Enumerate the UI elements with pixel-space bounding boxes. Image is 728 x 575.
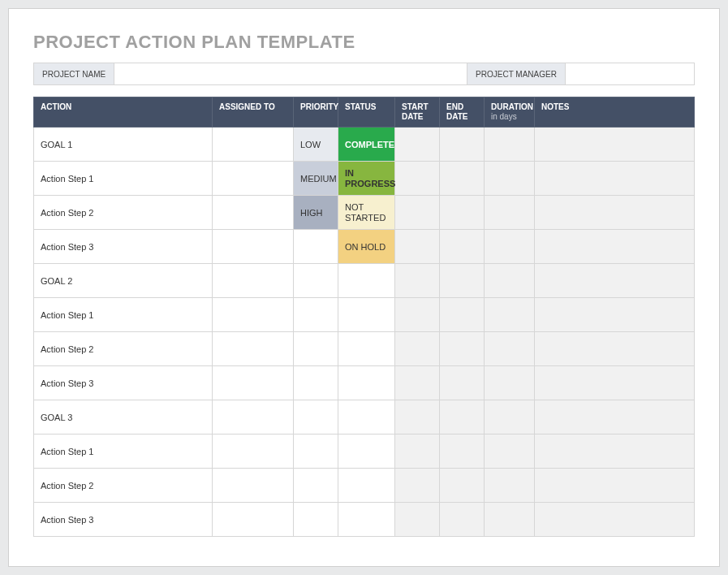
cell-start[interactable] <box>395 503 440 537</box>
cell-priority[interactable]: MEDIUM <box>294 162 338 196</box>
cell-notes[interactable] <box>535 366 695 400</box>
cell-action[interactable]: GOAL 2 <box>34 264 213 298</box>
table-row: Action Step 3 <box>34 366 695 400</box>
cell-notes[interactable] <box>535 196 695 230</box>
cell-priority[interactable] <box>294 230 338 264</box>
cell-assigned-to[interactable] <box>213 230 294 264</box>
cell-priority[interactable] <box>294 434 338 469</box>
table-row: Action Step 3ON HOLD <box>34 230 695 264</box>
cell-action[interactable]: Action Step 2 <box>34 196 213 230</box>
cell-start[interactable] <box>395 128 440 162</box>
cell-start[interactable] <box>395 332 440 366</box>
cell-status[interactable] <box>338 298 395 332</box>
cell-status[interactable]: ON HOLD <box>338 230 395 264</box>
cell-action[interactable]: Action Step 1 <box>34 298 213 332</box>
cell-duration[interactable] <box>485 366 535 400</box>
cell-assigned-to[interactable] <box>213 503 294 537</box>
cell-start[interactable] <box>395 434 440 469</box>
cell-assigned-to[interactable] <box>213 366 294 400</box>
cell-action[interactable]: Action Step 1 <box>34 162 213 196</box>
cell-status[interactable] <box>338 503 395 537</box>
cell-start[interactable] <box>395 264 440 298</box>
cell-notes[interactable] <box>535 162 695 196</box>
cell-assigned-to[interactable] <box>213 264 294 298</box>
cell-duration[interactable] <box>485 162 535 196</box>
cell-start[interactable] <box>395 230 440 264</box>
cell-start[interactable] <box>395 162 440 196</box>
cell-status[interactable] <box>338 366 395 400</box>
cell-action[interactable]: GOAL 3 <box>34 400 213 434</box>
cell-notes[interactable] <box>535 400 695 434</box>
cell-end[interactable] <box>440 332 485 366</box>
cell-priority[interactable]: LOW <box>294 128 338 162</box>
cell-end[interactable] <box>440 128 485 162</box>
cell-priority[interactable] <box>294 503 338 537</box>
cell-assigned-to[interactable] <box>213 162 294 196</box>
cell-assigned-to[interactable] <box>213 332 294 366</box>
cell-action[interactable]: Action Step 2 <box>34 332 213 366</box>
cell-priority[interactable] <box>294 332 338 366</box>
cell-assigned-to[interactable] <box>213 400 294 434</box>
cell-end[interactable] <box>440 434 485 469</box>
cell-duration[interactable] <box>485 264 535 298</box>
cell-duration[interactable] <box>485 400 535 434</box>
cell-status[interactable] <box>338 469 395 503</box>
cell-end[interactable] <box>440 162 485 196</box>
project-name-field[interactable] <box>114 63 467 84</box>
cell-start[interactable] <box>395 469 440 503</box>
cell-assigned-to[interactable] <box>213 298 294 332</box>
cell-start[interactable] <box>395 366 440 400</box>
cell-notes[interactable] <box>535 128 695 162</box>
cell-priority[interactable] <box>294 400 338 434</box>
cell-notes[interactable] <box>535 503 695 537</box>
cell-status[interactable]: IN PROGRESS <box>338 162 395 196</box>
cell-end[interactable] <box>440 469 485 503</box>
cell-start[interactable] <box>395 400 440 434</box>
cell-notes[interactable] <box>535 298 695 332</box>
cell-notes[interactable] <box>535 230 695 264</box>
cell-status[interactable]: COMPLETE <box>338 128 395 162</box>
cell-notes[interactable] <box>535 469 695 503</box>
cell-notes[interactable] <box>535 264 695 298</box>
cell-duration[interactable] <box>485 128 535 162</box>
cell-priority[interactable] <box>294 264 338 298</box>
cell-action[interactable]: GOAL 1 <box>34 128 213 162</box>
cell-priority[interactable] <box>294 298 338 332</box>
cell-priority[interactable] <box>294 366 338 400</box>
cell-end[interactable] <box>440 400 485 434</box>
cell-notes[interactable] <box>535 332 695 366</box>
cell-status[interactable]: NOT STARTED <box>338 196 395 230</box>
cell-start[interactable] <box>395 196 440 230</box>
cell-duration[interactable] <box>485 332 535 366</box>
cell-status[interactable] <box>338 434 395 469</box>
project-manager-field[interactable] <box>566 63 694 84</box>
cell-duration[interactable] <box>485 230 535 264</box>
cell-action[interactable]: Action Step 3 <box>34 366 213 400</box>
cell-action[interactable]: Action Step 3 <box>34 503 213 537</box>
cell-action[interactable]: Action Step 3 <box>34 230 213 264</box>
cell-duration[interactable] <box>485 434 535 469</box>
cell-action[interactable]: Action Step 1 <box>34 434 213 469</box>
cell-end[interactable] <box>440 230 485 264</box>
cell-priority[interactable] <box>294 469 338 503</box>
cell-assigned-to[interactable] <box>213 434 294 469</box>
cell-end[interactable] <box>440 503 485 537</box>
cell-action[interactable]: Action Step 2 <box>34 469 213 503</box>
cell-assigned-to[interactable] <box>213 196 294 230</box>
cell-duration[interactable] <box>485 503 535 537</box>
cell-duration[interactable] <box>485 196 535 230</box>
cell-notes[interactable] <box>535 434 695 469</box>
cell-duration[interactable] <box>485 298 535 332</box>
cell-assigned-to[interactable] <box>213 128 294 162</box>
cell-assigned-to[interactable] <box>213 469 294 503</box>
cell-start[interactable] <box>395 298 440 332</box>
cell-end[interactable] <box>440 264 485 298</box>
cell-end[interactable] <box>440 298 485 332</box>
cell-status[interactable] <box>338 400 395 434</box>
cell-duration[interactable] <box>485 469 535 503</box>
cell-status[interactable] <box>338 332 395 366</box>
cell-end[interactable] <box>440 366 485 400</box>
cell-priority[interactable]: HIGH <box>294 196 338 230</box>
cell-end[interactable] <box>440 196 485 230</box>
cell-status[interactable] <box>338 264 395 298</box>
